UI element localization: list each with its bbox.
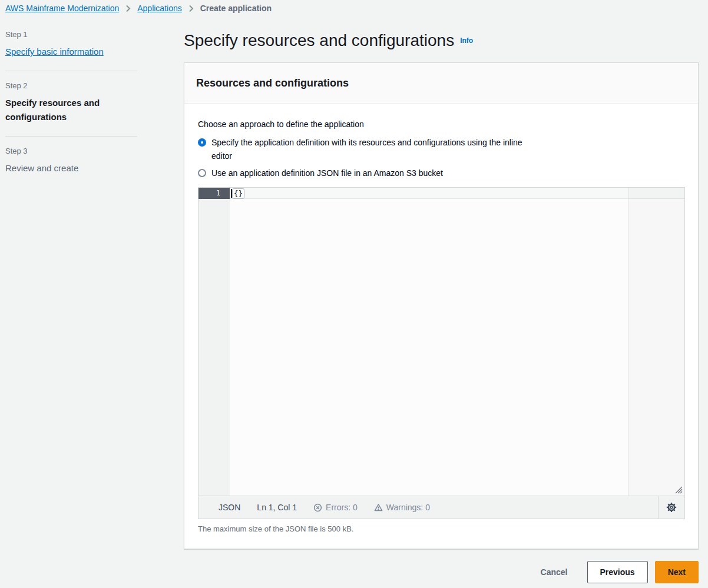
next-button[interactable]: Next (655, 561, 699, 583)
error-circle-icon (313, 503, 322, 512)
breadcrumb: AWS Mainframe Modernization Applications… (5, 4, 272, 13)
wizard-steps-nav: Step 1 Specify basic information Step 2 … (5, 30, 137, 175)
panel-body: Choose an approach to define the applica… (184, 104, 698, 549)
step-number-label: Step 3 (5, 147, 137, 155)
chevron-right-icon (125, 5, 131, 12)
editor-status-bar: JSON Ln 1, Col 1 Errors: 0 (198, 496, 684, 519)
chevron-right-icon (188, 5, 194, 12)
breadcrumb-current: Create application (200, 4, 272, 13)
panel-header: Resources and configurations (184, 63, 698, 104)
divider (5, 71, 137, 71)
errors-indicator: Errors: 0 (313, 503, 358, 512)
status-bar-items: JSON Ln 1, Col 1 Errors: 0 (198, 496, 658, 519)
resources-configurations-panel: Resources and configurations Choose an a… (184, 62, 699, 549)
approach-field-label: Choose an approach to define the applica… (198, 119, 685, 129)
active-line-number: 1 (198, 188, 230, 199)
resize-handle-icon[interactable] (675, 486, 683, 494)
radio-option-s3-json[interactable]: Use an application definition JSON file … (198, 167, 685, 180)
warning-triangle-icon (374, 503, 383, 512)
wizard-step-3: Step 3 Review and create (5, 147, 137, 175)
editor-code-content[interactable]: {} (230, 188, 684, 496)
previous-button[interactable]: Previous (587, 561, 648, 583)
print-margin-shade (628, 188, 684, 496)
main-content: Specify resources and configurationsInfo… (184, 24, 699, 583)
sidebar-item-step2-current: Specify resources and configurations (5, 96, 137, 124)
radio-option-label: Use an application definition JSON file … (211, 167, 443, 180)
breadcrumb-link-service[interactable]: AWS Mainframe Modernization (5, 4, 119, 13)
divider (5, 136, 137, 137)
cursor-position-indicator: Ln 1, Col 1 (257, 503, 297, 512)
language-indicator: JSON (219, 503, 240, 512)
warnings-indicator: Warnings: 0 (374, 503, 430, 512)
step-number-label: Step 1 (5, 30, 137, 39)
code-line-1: {} (230, 188, 684, 199)
radio-option-label: Specify the application definition with … (211, 136, 544, 163)
sidebar-item-step3: Review and create (5, 161, 137, 175)
gear-icon[interactable] (664, 500, 679, 515)
wizard-step-2: Step 2 Specify resources and configurati… (5, 81, 137, 124)
editor-line-number-gutter: 1 (198, 188, 230, 496)
bracket-pair-highlight: {} (232, 188, 244, 199)
json-code-editor: 1 {} JSON (198, 187, 685, 519)
radio-option-inline-editor[interactable]: Specify the application definition with … (198, 136, 685, 163)
panel-title: Resources and configurations (196, 75, 686, 91)
sidebar-item-step1-link[interactable]: Specify basic information (5, 46, 104, 57)
step-number-label: Step 2 (5, 81, 137, 90)
page-title: Specify resources and configurationsInfo (184, 31, 699, 51)
info-link[interactable]: Info (460, 36, 473, 45)
breadcrumb-link-applications[interactable]: Applications (137, 4, 182, 13)
radio-selected-icon[interactable] (198, 138, 206, 147)
cancel-button[interactable]: Cancel (534, 562, 575, 583)
wizard-step-1: Step 1 Specify basic information (5, 30, 137, 59)
code-editor-area[interactable]: 1 {} (198, 188, 684, 496)
wizard-actions: Cancel Previous Next (184, 561, 699, 583)
constraint-text: The maximum size of the JSON file is 500… (198, 524, 685, 533)
editor-settings-cell (658, 496, 684, 519)
radio-unselected-icon[interactable] (198, 169, 206, 177)
